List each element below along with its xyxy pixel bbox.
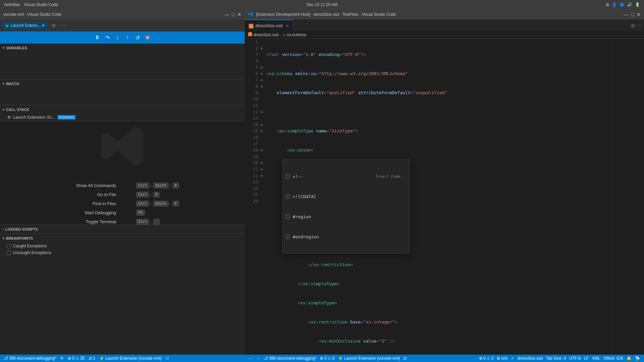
right-maximize-button[interactable]: □ [631,12,634,17]
code-line-3: elementFormDefault="qualified" attribute… [266,89,612,96]
left-minimize-button[interactable]: — [225,12,229,17]
ac-item-endregion[interactable]: #endregion [283,233,409,240]
line-numbers: 1 2 3 4 5 6 7 8 9 10 11 12 13 14 15 16 1 [245,39,261,355]
sys-icon-4: 🔊 [627,2,632,7]
rsb-broadcast-icon[interactable]: 📡 [634,356,641,361]
rsb-offset[interactable]: Offset: 626 [602,356,625,361]
rsb-problems[interactable]: ⊗ 0 ⚠ 0 [478,356,495,361]
right-status-bar: ← → ⎇ 380-document-debugging* ⊗ 0 ⚠ 0 ⚡ … [245,355,644,362]
system-bar-right: ⊞ 👤 🔵 🔊 🔋 [606,2,640,7]
ln-2: 2 [245,45,258,51]
ports-item[interactable]: ⇄ 1 [87,356,97,361]
commands-container: Show All Commands Ctrl + Shift + P Go to… [66,183,179,225]
errors-item[interactable]: ⊗ 0 ⚠ 25 [66,356,86,361]
ac-item-region[interactable]: #region [283,213,409,220]
vertical-scrollbar[interactable] [639,39,644,355]
ac-item-region-label: #region [293,214,311,220]
caught-exceptions-item[interactable]: Caught Exceptions [0,243,245,249]
rsb-launch[interactable]: ⚡ Launch Extension (vscode-xml) [337,356,401,361]
left-maximize-button[interactable]: □ [232,12,235,17]
more-tabs-button[interactable]: ··· [637,22,641,28]
cmd-toggle-terminal-label: Toggle Terminal [66,219,116,224]
uncaught-exceptions-item[interactable]: Uncaught Exceptions [0,249,245,256]
settings-button[interactable]: ⚙ [50,21,58,29]
command-show-all: Show All Commands Ctrl + Shift + P [66,183,179,188]
rsb-error-icon: ⊗ [320,356,323,361]
sys-icon-1: ⊞ [606,2,609,7]
code-editor-content[interactable]: <?xml version="1.0" encoding="UTF-8"?> <… [266,39,612,355]
variables-header[interactable]: ▾ VARIABLES [0,44,245,52]
rsb-checkmark[interactable]: ✓ [510,356,516,361]
system-bar-left: Activities Visual Studio Code [4,2,58,7]
git-branch-item[interactable]: ⎇ 380-document-debugging* [2,356,58,361]
step-over-button[interactable]: ↷ [103,33,112,42]
left-title-buttons: — □ ✕ [225,12,241,17]
watch-arrow: ▾ [3,82,4,85]
ac-item-cdata-icon [285,194,290,199]
ac-item-icon [285,174,290,179]
more-actions-button[interactable]: ··· [60,21,68,29]
loaded-scripts-header[interactable]: › LOADED SCRIPTS [0,225,245,234]
left-vscode-window: vscode-xml - Visual Studio Code — □ ✕ ▶ … [0,9,245,362]
ac-item-cdata[interactable]: <![CDATA[ [283,193,409,200]
history-item[interactable]: ⏲ [164,356,171,361]
rsb-filename[interactable]: dressSize.xsd [516,356,544,361]
step-out-button[interactable]: ↑ [123,33,132,42]
uncaught-exceptions-checkbox[interactable] [7,251,11,255]
launch-button[interactable]: ▶ Launch Extens... ▾ [3,22,48,29]
git-branch-icon: ⎇ [3,356,8,361]
restart-button[interactable]: ↺ [133,33,142,42]
watch-section: ▾ WATCH [0,79,245,105]
split-editor-button[interactable]: ⊞ [631,23,635,28]
rsb-xml-lang[interactable]: ⊞ xml [495,356,509,361]
code-line-4 [266,109,612,115]
ln-23: 23 [245,179,258,185]
right-title-buttons: — □ ✕ [624,12,641,17]
left-close-button[interactable]: ✕ [237,12,241,17]
ac-item-endregion-icon [285,234,290,239]
rsb-bell-icon[interactable]: 🔔 [625,356,633,361]
ln-18: 18 [245,147,258,153]
rsb-errors[interactable]: ⊗ 0 ⚠ 0 [318,356,336,361]
tab-close-button[interactable]: × [286,23,289,28]
breakpoints-header[interactable]: ▾ BREAKPOINTS [0,234,245,243]
rsb-encoding[interactable]: UTF-8 [568,356,582,361]
system-bar: Activities Visual Studio Code Dec 23 11:… [0,0,644,9]
rsb-back-button[interactable]: ← [247,356,254,361]
right-close-button[interactable]: ✕ [637,12,641,17]
rsb-remote-icon[interactable]: ⊡ [402,356,408,361]
step-into-button[interactable]: ↓ [113,33,122,42]
vscode-watermark [97,121,148,173]
system-datetime: Dec 23 11:26 AM [306,2,337,7]
stop-button[interactable]: ⏹ [143,33,152,42]
ln-12: 12 [245,109,258,115]
pause-button[interactable]: ⏸ [93,33,102,42]
call-stack-item[interactable]: ⚙ Launch Extension: Ex... RUNNING [0,114,245,121]
breadcrumb-file[interactable]: dressSize.xsd [253,33,279,37]
launch-status-item[interactable]: ⚡ Launch Extension (vscode-xml) [98,356,163,361]
activities-label[interactable]: Activities [4,2,20,7]
ln-14: 14 [245,121,258,128]
caught-exceptions-checkbox[interactable] [7,244,11,248]
ln-5: 5 [245,64,258,70]
rsb-lang-mode[interactable]: XML [591,356,602,361]
rsb-branch[interactable]: ⎇ 380-document-debugging* [262,356,318,361]
key-ctrl3: Ctrl [136,201,149,206]
dress-size-tab[interactable]: xsd dressSize.xsd × [245,19,293,31]
launch-dropdown-arrow[interactable]: ▾ [42,23,44,28]
ports-icon: ⇄ [89,356,92,361]
breadcrumb-schema[interactable]: xs:schema [287,33,306,37]
debug-control-strip: ⏸ ↷ ↓ ↑ ↺ ⏹ [0,32,245,44]
rsb-forward-button[interactable]: → [255,356,261,361]
sys-icon-2: 👤 [612,2,617,7]
loaded-scripts-arrow: › [3,228,4,231]
rsb-line-ending[interactable]: LF [583,356,590,361]
vscode-label[interactable]: Visual Studio Code [24,2,58,7]
sync-item[interactable]: ↻ [59,356,65,361]
rsb-tab-size[interactable]: Tab Size: 4 [544,356,567,361]
tab-file-icon: xsd [249,23,253,28]
call-stack-header[interactable]: ▾ CALL STACK [0,105,245,114]
ac-item-comment[interactable]: <!-- Insert Comm... [283,173,409,180]
right-minimize-button[interactable]: — [624,12,629,17]
watch-header[interactable]: ▾ WATCH [0,79,245,88]
